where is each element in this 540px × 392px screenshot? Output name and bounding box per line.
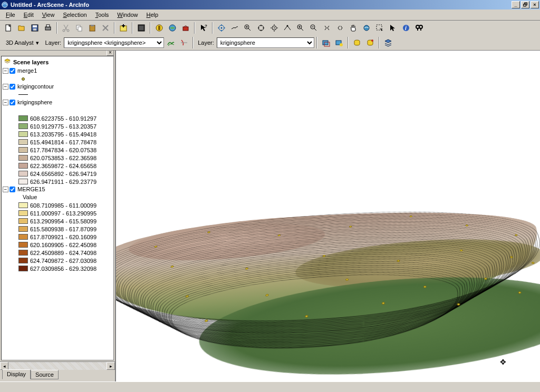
delete-button[interactable] <box>99 22 112 34</box>
svg-point-7 <box>63 30 65 32</box>
scene-viewport[interactable]: ✥ <box>116 51 540 381</box>
layer-node[interactable]: − krigingcontour <box>3 83 113 91</box>
full-extent-button[interactable] <box>360 22 373 34</box>
layer-visibility-checkbox[interactable] <box>9 84 15 90</box>
restore-button[interactable]: 🗗 <box>521 1 529 8</box>
layer-name[interactable]: krigingcontour <box>16 83 55 90</box>
scroll-track[interactable] <box>8 362 107 370</box>
toc-handle[interactable]: × <box>0 51 115 55</box>
class-label: 617.7847834 - 620.07538 <box>30 147 97 153</box>
close-button[interactable]: × <box>531 1 539 8</box>
select-graphics-button[interactable] <box>373 22 386 34</box>
zoom-out-button[interactable] <box>307 22 320 34</box>
layers-icon <box>4 58 11 66</box>
save-button[interactable] <box>28 22 41 34</box>
layer-node[interactable]: − merge1 <box>3 67 113 75</box>
layer-stack-button[interactable] <box>382 36 394 49</box>
svg-rect-4 <box>33 28 36 31</box>
zoom-target-button[interactable] <box>268 22 281 34</box>
cut-button[interactable] <box>60 22 72 34</box>
point-symbol-icon <box>22 77 25 81</box>
center-target-button[interactable] <box>255 22 267 34</box>
svg-point-39 <box>340 43 343 46</box>
georef-tool1-button[interactable] <box>320 36 332 49</box>
find-button[interactable] <box>413 22 426 34</box>
menu-view[interactable]: View <box>38 11 59 19</box>
color-swatch-icon <box>18 123 28 129</box>
color-swatch-icon <box>18 139 28 145</box>
menu-window[interactable]: Window <box>113 11 141 19</box>
class-label: 622.4509889 - 624.74098 <box>30 250 97 256</box>
class-row: 624.7409872 - 627.03098 <box>3 257 113 264</box>
minimize-button[interactable]: _ <box>512 1 520 8</box>
georef-tool2-button[interactable] <box>333 36 345 49</box>
extrude-tool1-button[interactable] <box>351 36 363 49</box>
class-label: 624.7409872 - 627.03098 <box>30 258 97 264</box>
tab-source[interactable]: Source <box>31 370 59 379</box>
arctoolbox-button[interactable] <box>179 22 192 34</box>
steepest-path-button[interactable] <box>178 36 190 49</box>
toc-hscrollbar[interactable]: ◂ ▸ <box>0 361 115 370</box>
app-icon <box>1 1 8 8</box>
line-symbol-icon <box>18 94 28 95</box>
layer-node[interactable]: − MERGE15 <box>3 185 113 193</box>
class-row: 610.9129775 - 613.20357 <box>3 122 113 130</box>
new-button[interactable] <box>2 22 15 34</box>
expander-icon[interactable]: − <box>3 187 8 192</box>
3d-analyst-menu[interactable]: 3D Analyst ▾ <box>2 36 43 49</box>
expander-icon[interactable]: − <box>3 68 8 74</box>
layer-name[interactable]: merge1 <box>16 67 38 74</box>
select-elements-button[interactable] <box>387 22 399 34</box>
layer-visibility-checkbox[interactable] <box>9 187 15 192</box>
layer-select-left[interactable]: krigingsphere <krigingsphere> <box>64 37 164 48</box>
layer-node[interactable]: − krigingsphere <box>3 99 113 106</box>
open-button[interactable] <box>15 22 28 34</box>
svg-text:?: ? <box>205 24 207 28</box>
zoom-in-button[interactable] <box>294 22 307 34</box>
toc-close-button[interactable]: × <box>107 51 114 56</box>
expander-icon[interactable]: − <box>3 100 8 105</box>
menu-selection[interactable]: Selection <box>59 11 90 19</box>
widen-fov-button[interactable] <box>334 22 346 34</box>
navigate-button[interactable] <box>215 22 228 34</box>
color-swatch-icon <box>18 242 28 248</box>
pan-button[interactable] <box>347 22 360 34</box>
tab-display[interactable]: Display <box>2 369 31 379</box>
svg-rect-17 <box>158 26 160 30</box>
layer-name[interactable]: MERGE15 <box>16 186 46 192</box>
add-data-button[interactable] <box>117 22 130 34</box>
set-observer-button[interactable] <box>281 22 294 34</box>
identify-button[interactable]: i <box>400 22 412 34</box>
contour-tool-button[interactable] <box>165 36 177 49</box>
arccatalog-button[interactable] <box>153 22 166 34</box>
terrain-surface <box>116 194 540 381</box>
arcmap-button[interactable] <box>166 22 179 34</box>
paste-button[interactable] <box>86 22 99 34</box>
fly-button[interactable] <box>228 22 241 34</box>
class-row: 608.6223755 - 610.91297 <box>3 114 113 122</box>
copy-button[interactable] <box>73 22 85 34</box>
class-label: 622.3659872 - 624.65658 <box>30 163 97 169</box>
scroll-right-icon[interactable]: ▸ <box>107 362 115 370</box>
zoom-in-out-button[interactable] <box>242 22 254 34</box>
layer-visibility-checkbox[interactable] <box>9 68 15 74</box>
print-button[interactable] <box>42 22 54 34</box>
narrow-fov-button[interactable] <box>321 22 333 34</box>
menu-edit[interactable]: Edit <box>20 11 37 19</box>
menu-tools[interactable]: Tools <box>92 11 113 19</box>
svg-point-42 <box>371 40 373 42</box>
extrude-tool2-button[interactable] <box>364 36 377 49</box>
color-swatch-icon <box>18 226 28 232</box>
3d-analyst-label: 3D Analyst <box>6 40 34 46</box>
expander-icon[interactable]: − <box>3 84 8 90</box>
table-of-contents[interactable]: Scene layers − merge1− krigingcontour− k… <box>1 56 114 360</box>
layer-select-right[interactable]: krigingsphere <box>217 37 314 48</box>
help-pointer-button[interactable]: ? <box>197 22 210 34</box>
menu-file[interactable]: File <box>2 11 19 19</box>
layer-name[interactable]: krigingsphere <box>16 99 53 105</box>
layer-visibility-checkbox[interactable] <box>9 100 15 105</box>
scene-properties-button[interactable] <box>135 22 148 34</box>
menu-help[interactable]: Help <box>142 11 162 19</box>
color-swatch-icon <box>18 171 28 177</box>
scroll-left-icon[interactable]: ◂ <box>0 362 8 370</box>
